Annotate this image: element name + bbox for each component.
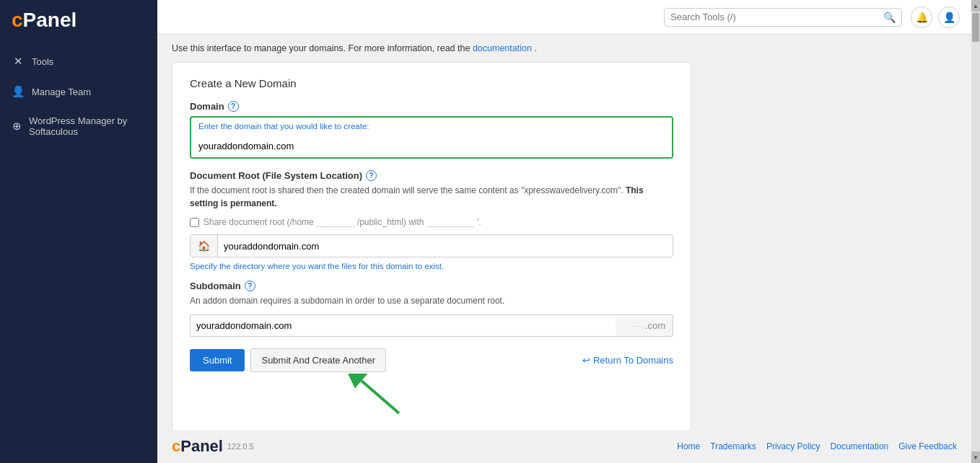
sidebar-item-manage-team[interactable]: 👤 Manage Team [0,76,157,107]
green-arrow-svg [349,374,406,417]
footer-link-home[interactable]: Home [677,441,700,451]
create-domain-card: Create a New Domain Domain ? Enter the d… [172,62,691,430]
scroll-track [971,12,980,451]
sidebar-item-wordpress-label: WordPress Manager by Softaculous [29,115,146,137]
arrow-annotation [190,374,673,417]
home-icon: 🏠 [191,235,218,257]
share-docroot-row: Share document root (/home ________ /pub… [190,217,673,227]
footer-logo-text: cPanel [172,437,223,456]
sidebar-item-manage-team-label: Manage Team [32,87,91,97]
sidebar-item-tools[interactable]: ✕ Tools [0,46,157,76]
docroot-help-icon[interactable]: ? [366,170,377,181]
docroot-input[interactable] [218,236,673,257]
card-title: Create a New Domain [190,77,673,89]
docroot-input-row: 🏠 [190,234,673,257]
domain-input-wrapper: Enter the domain that you would like to … [190,116,673,159]
subdomain-input-row: ·····.com [190,314,673,337]
scroll-down-button[interactable]: ▼ [971,451,980,463]
manage-team-icon: 👤 [12,85,25,98]
intro-text: Use this interface to manage your domain… [172,43,470,53]
footer-links: Home Trademarks Privacy Policy Documenta… [677,441,957,451]
subdomain-section: Subdomain ? An addon domain requires a s… [190,281,673,417]
wordpress-icon: ⊕ [12,120,22,133]
search-bar[interactable]: 🔍 [664,8,902,27]
sidebar-nav: ✕ Tools 👤 Manage Team ⊕ WordPress Manage… [0,46,157,146]
scroll-up-button[interactable]: ▲ [971,0,980,12]
search-input[interactable] [670,12,880,22]
return-to-domains-label: Return To Domains [593,355,673,366]
notifications-icon-button[interactable]: 🔔 [911,6,932,28]
return-arrow-icon: ↩ [582,355,590,366]
svg-line-1 [362,381,399,413]
page-intro: Use this interface to manage your domain… [172,43,957,53]
subdomain-label-row: Subdomain ? [190,281,673,291]
domain-field-label-row: Domain ? [190,101,673,112]
subdomain-input[interactable] [190,314,616,337]
share-docroot-label: Share document root (/home ________ /pub… [204,217,481,227]
docroot-desc-text: If the document root is shared then the … [190,185,624,195]
button-row: Submit Submit And Create Another ↩ Retur… [190,348,673,372]
main-content: 🔍 🔔 👤 Use this interface to manage your … [157,0,971,463]
cpanel-logo: cPanel [12,9,146,32]
domain-input[interactable] [191,135,672,157]
documentation-link[interactable]: documentation [473,43,532,53]
subdomain-suffix: ·····.com [616,314,673,337]
intro-end: . [534,43,536,53]
domain-label: Domain [190,101,224,112]
topbar-icons: 🔔 👤 [911,6,960,28]
share-docroot-checkbox[interactable] [190,218,199,227]
sidebar-logo-area: cPanel [0,0,157,40]
footer-link-privacy[interactable]: Privacy Policy [766,441,821,451]
domain-help-icon[interactable]: ? [228,101,239,112]
page-body: Use this interface to manage your domain… [157,35,971,430]
search-icon-button[interactable]: 🔍 [883,12,896,23]
dir-hint: Specify the directory where you want the… [190,262,673,270]
footer-logo: cPanel 122.0.5 [172,437,254,456]
docroot-label-row: Document Root (File System Location) ? [190,170,673,181]
right-scrollbar[interactable]: ▲ ▼ [971,0,980,463]
subdomain-desc: An addon domain requires a subdomain in … [190,294,673,307]
docroot-desc: If the document root is shared then the … [190,184,673,210]
scroll-thumb[interactable] [972,13,979,42]
topbar: 🔍 🔔 👤 [157,0,971,35]
subdomain-label: Subdomain [190,281,241,291]
sidebar-item-wordpress-manager[interactable]: ⊕ WordPress Manager by Softaculous [0,107,157,146]
domain-hint: Enter the domain that you would like to … [191,118,672,131]
sidebar: cPanel ✕ Tools 👤 Manage Team ⊕ WordPress… [0,0,157,463]
subdomain-help-icon[interactable]: ? [245,281,255,291]
footer-link-documentation[interactable]: Documentation [831,441,889,451]
page-footer: cPanel 122.0.5 Home Trademarks Privacy P… [157,430,971,463]
footer-link-feedback[interactable]: Give Feedback [898,441,957,451]
tools-icon: ✕ [12,55,25,68]
footer-version: 122.0.5 [227,442,254,451]
submit-create-another-button[interactable]: Submit And Create Another [250,348,386,372]
footer-link-trademarks[interactable]: Trademarks [710,441,756,451]
return-to-domains-link[interactable]: ↩ Return To Domains [582,355,673,366]
sidebar-item-tools-label: Tools [32,56,53,67]
docroot-label: Document Root (File System Location) [190,170,362,181]
user-icon-button[interactable]: 👤 [938,6,960,28]
submit-button[interactable]: Submit [190,349,245,371]
